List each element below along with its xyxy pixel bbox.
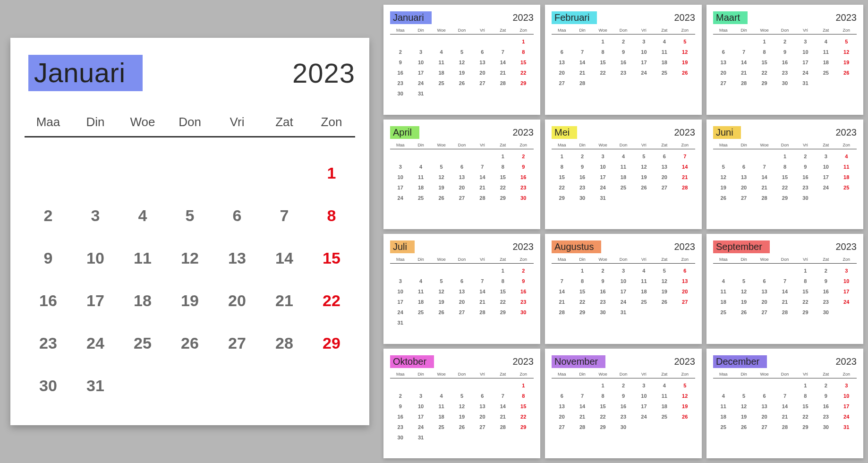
month-day-cell <box>472 266 493 276</box>
month-name: Februari <box>552 11 597 24</box>
month-header: Oktober2023 <box>390 355 534 368</box>
month-day-cell: 6 <box>654 151 674 162</box>
month-dow: Vri <box>472 372 493 377</box>
month-day-cell: 25 <box>654 68 674 78</box>
month-day-cell: 31 <box>613 307 633 317</box>
month-day-cell: 18 <box>431 68 451 78</box>
month-day-cell: 20 <box>552 68 572 78</box>
month-day-cell: 30 <box>513 307 534 317</box>
month-day-cell: 16 <box>572 172 592 182</box>
month-day-cell <box>654 78 674 88</box>
month-dow-row: MaaDinWoeDonVriZatZon <box>552 257 695 264</box>
month-day-cell: 26 <box>654 297 674 307</box>
month-day-cell <box>754 266 774 276</box>
month-day-cell: 26 <box>836 68 857 78</box>
month-day-cell: 19 <box>654 286 674 297</box>
month-day-cell: 19 <box>733 297 754 307</box>
month-day-cell: 14 <box>493 401 513 412</box>
month-dow: Zon <box>675 28 695 33</box>
month-day-cell <box>493 317 513 328</box>
month-dow-row: MaaDinWoeDonVriZatZon <box>713 257 857 264</box>
month-day-cell: 23 <box>613 412 633 422</box>
month-day-cell: 22 <box>754 68 774 78</box>
month-name: April <box>390 126 419 139</box>
month-day-cell: 31 <box>593 193 613 203</box>
month-day-cell: 22 <box>593 412 613 422</box>
month-day-cell: 9 <box>774 47 795 57</box>
month-day-cell: 5 <box>675 36 695 47</box>
month-day-cell: 13 <box>472 401 493 412</box>
month-day-cell: 8 <box>572 276 592 286</box>
month-dow: Don <box>613 143 633 147</box>
month-day-cell: 23 <box>513 182 534 193</box>
month-day-cell: 8 <box>774 162 795 172</box>
month-day-cell: 11 <box>431 401 451 412</box>
month-day-cell: 10 <box>613 276 633 286</box>
featured-week-row: 1 <box>25 152 355 194</box>
month-day-cell: 18 <box>613 172 633 182</box>
month-week-row: 12345 <box>552 380 695 391</box>
month-day-cell <box>451 380 472 391</box>
month-day-cell: 1 <box>754 36 774 47</box>
month-day-cell: 7 <box>493 391 513 401</box>
featured-day-cell: 25 <box>119 322 166 364</box>
month-dow-row: MaaDinWoeDonVriZatZon <box>390 257 534 264</box>
month-day-cell: 14 <box>572 401 592 412</box>
month-dow: Woe <box>593 372 613 377</box>
month-day-cell: 28 <box>572 78 592 88</box>
month-day-cell: 17 <box>836 286 857 297</box>
month-card: Februari2023MaaDinWoeDonVriZatZon1234567… <box>545 5 702 115</box>
month-day-cell: 2 <box>572 151 592 162</box>
month-day-cell: 6 <box>472 391 493 401</box>
month-dow: Din <box>572 372 592 377</box>
month-day-cell: 1 <box>513 380 534 391</box>
month-day-cell: 24 <box>593 182 613 193</box>
month-day-cell: 5 <box>733 276 754 286</box>
month-dow: Din <box>410 143 431 147</box>
month-dow: Maa <box>390 372 410 377</box>
month-name: Maart <box>713 11 748 24</box>
month-day-cell: 14 <box>472 286 493 297</box>
month-day-cell: 1 <box>795 380 816 391</box>
month-day-cell: 12 <box>733 401 754 412</box>
month-day-cell <box>410 151 431 162</box>
month-day-cell: 24 <box>410 78 431 88</box>
month-day-cell: 2 <box>513 151 534 162</box>
month-day-cell: 9 <box>513 276 534 286</box>
month-day-cell: 30 <box>513 193 534 203</box>
month-day-cell: 2 <box>390 47 410 57</box>
month-day-cell: 25 <box>713 307 733 317</box>
month-dow: Maa <box>552 143 572 147</box>
featured-day-cell: 12 <box>166 237 213 279</box>
month-day-cell: 28 <box>472 193 493 203</box>
month-week-row: 2728 <box>552 78 695 88</box>
month-dow: Don <box>451 257 472 262</box>
month-week-row: 45678910 <box>713 391 857 401</box>
featured-day-cell: 24 <box>72 322 119 364</box>
month-name: Juni <box>713 126 741 139</box>
month-day-cell: 31 <box>410 88 431 99</box>
month-day-cell <box>451 432 472 443</box>
month-day-cell <box>552 266 572 276</box>
month-day-cell: 24 <box>410 422 431 432</box>
month-dow: Zon <box>513 28 534 33</box>
month-dow: Zat <box>654 257 674 262</box>
month-week-row: 252627282930 <box>713 307 857 317</box>
month-dow: Zat <box>493 143 513 147</box>
month-day-cell: 10 <box>410 57 431 68</box>
featured-day-cell: 20 <box>213 279 261 322</box>
month-day-cell: 15 <box>795 286 816 297</box>
featured-week-row: 2345678 <box>25 194 355 237</box>
featured-day-cell: 5 <box>166 194 213 237</box>
month-day-cell: 22 <box>493 297 513 307</box>
month-day-cell: 23 <box>390 78 410 88</box>
month-dow: Vri <box>634 143 654 147</box>
featured-day-cell <box>166 152 213 194</box>
month-day-cell: 4 <box>654 36 674 47</box>
featured-dow: Zon <box>308 115 355 136</box>
month-day-cell: 17 <box>593 172 613 182</box>
month-week-row: 9101112131415 <box>390 57 534 68</box>
month-day-cell <box>410 266 431 276</box>
featured-weeks: 1234567891011121314151617181920212223242… <box>25 152 355 407</box>
month-day-cell: 20 <box>451 297 472 307</box>
